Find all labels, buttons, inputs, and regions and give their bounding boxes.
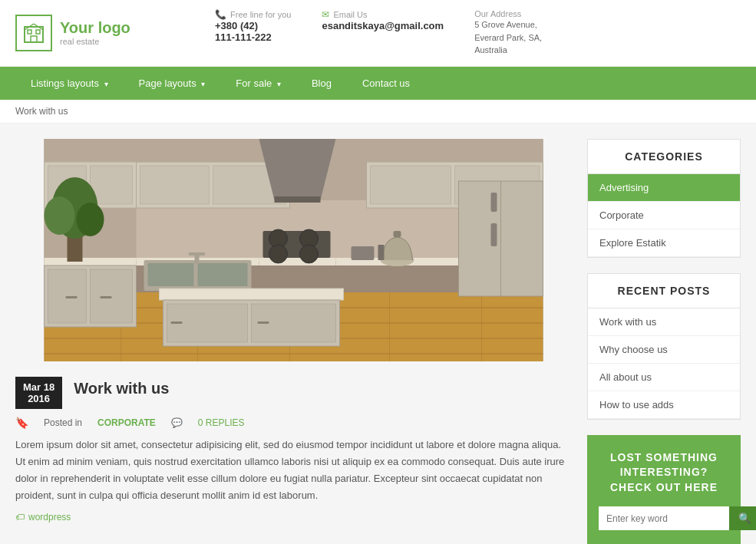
svg-rect-65 (171, 321, 183, 324)
nav-item-blog[interactable]: Blog (296, 67, 347, 100)
svg-rect-2 (36, 30, 40, 34)
svg-rect-61 (352, 246, 375, 260)
category-item-explore[interactable]: Explore Estatik (588, 229, 740, 257)
address-line3: Australia (474, 44, 542, 57)
nav-item-page-layouts[interactable]: Page layouts ▾ (124, 67, 221, 100)
post-body: Lorem ipsum dolor sit amet, consectetur … (15, 437, 572, 504)
posted-in-label: Posted in (44, 417, 82, 428)
phone-icon: 📞 (215, 9, 226, 20)
phone-number2: 111-111-222 (215, 31, 291, 43)
svg-rect-60 (394, 231, 401, 237)
main-content: Mar 18 2016 Work with us 🔖 Posted in COR… (0, 124, 756, 545)
search-button[interactable]: 🔍 (729, 506, 756, 530)
logo-subtitle: real estate (60, 37, 130, 46)
phone-contact: 📞 Free line for you +380 (42) 111-111-22… (215, 9, 291, 57)
email-address: esanditskaya@gmail.com (322, 20, 444, 31)
post-tag-link[interactable]: wordpress (28, 512, 71, 523)
nav-link-listings[interactable]: Listings layouts ▾ (15, 67, 124, 100)
comment-icon: 💬 (171, 417, 183, 428)
post-replies-link[interactable]: 0 REPLIES (198, 417, 245, 428)
svg-point-36 (300, 245, 319, 263)
nav-link-page-layouts[interactable]: Page layouts ▾ (124, 67, 221, 100)
nav-list: Listings layouts ▾ Page layouts ▾ For sa… (15, 67, 741, 100)
nav-link-blog[interactable]: Blog (296, 67, 347, 100)
recent-post-link-1[interactable]: Work with us (588, 308, 740, 335)
post-header: Mar 18 2016 Work with us (15, 369, 572, 409)
nav-item-listings[interactable]: Listings layouts ▾ (15, 67, 124, 100)
bookmark-icon: 🔖 (15, 417, 28, 429)
recent-post-link-3[interactable]: All about us (588, 364, 740, 391)
chevron-down-icon: ▾ (277, 80, 281, 88)
email-label: ✉ Email Us (322, 9, 444, 20)
post-category-link[interactable]: CORPORATE (97, 417, 156, 428)
svg-rect-63 (66, 296, 78, 298)
svg-rect-0 (25, 27, 43, 42)
logo-text: Your logo real estate (60, 19, 130, 46)
category-link-explore[interactable]: Explore Estatik (588, 229, 740, 256)
post-date-month-day: Mar 18 (23, 381, 54, 393)
breadcrumb: Work with us (0, 100, 756, 124)
svg-rect-47 (148, 263, 194, 286)
svg-rect-48 (198, 263, 248, 286)
sidebar: CATEGORIES Advertising Corporate Explore… (587, 139, 741, 545)
categories-title: CATEGORIES (588, 140, 740, 174)
post-title: Work with us (74, 380, 169, 397)
address-label: Our Address (474, 9, 542, 18)
recent-posts-list: Work with us Why choose us All about us … (588, 308, 740, 419)
post-meta: 🔖 Posted in CORPORATE 💬 0 REPLIES (15, 417, 572, 429)
phone-label: 📞 Free line for you (215, 9, 291, 20)
email-contact: ✉ Email Us esanditskaya@gmail.com (322, 9, 444, 57)
recent-posts-widget: RECENT POSTS Work with us Why choose us … (587, 273, 741, 420)
search-box: 🔍 (599, 506, 729, 530)
recent-post-link-2[interactable]: Why choose us (588, 336, 740, 363)
post-tag: 🏷 wordpress (15, 512, 572, 523)
post-content: Mar 18 2016 Work with us 🔖 Posted in COR… (15, 139, 572, 545)
svg-rect-66 (258, 321, 269, 324)
category-item-advertising[interactable]: Advertising (588, 174, 740, 202)
svg-rect-1 (28, 30, 31, 34)
email-icon: ✉ (322, 9, 329, 20)
svg-rect-64 (101, 296, 112, 298)
categories-widget: CATEGORIES Advertising Corporate Explore… (587, 139, 741, 258)
chevron-down-icon: ▾ (104, 80, 108, 88)
svg-rect-50 (189, 252, 206, 256)
recent-post-item-2[interactable]: Why choose us (588, 336, 740, 364)
tag-icon: 🏷 (15, 512, 25, 523)
recent-post-item-1[interactable]: Work with us (588, 308, 740, 336)
category-item-corporate[interactable]: Corporate (588, 202, 740, 229)
chevron-down-icon: ▾ (201, 80, 205, 88)
svg-rect-3 (31, 36, 37, 42)
svg-point-53 (45, 196, 75, 235)
svg-rect-28 (371, 166, 451, 204)
recent-post-link-4[interactable]: How to use adds (588, 391, 740, 418)
nav-link-contact[interactable]: Contact us (347, 67, 425, 100)
search-widget-title: LOST SOMETHING INTERESTING? CHECK OUT HE… (599, 450, 729, 496)
search-input[interactable] (599, 506, 729, 530)
address-line1: 5 Grove Avenue, (474, 18, 542, 31)
logo-area: Your logo real estate (15, 15, 169, 51)
header-contacts: 📞 Free line for you +380 (42) 111-111-22… (215, 9, 741, 57)
svg-rect-55 (160, 288, 344, 300)
svg-point-35 (269, 245, 288, 263)
recent-post-item-4[interactable]: How to use adds (588, 391, 740, 419)
post-date-year: 2016 (23, 393, 54, 404)
logo-title: Your logo (60, 19, 130, 37)
kitchen-illustration (15, 139, 572, 361)
address-contact: Our Address 5 Grove Avenue, Everard Park… (474, 9, 542, 57)
category-link-corporate[interactable]: Corporate (588, 202, 740, 229)
logo-icon (15, 15, 52, 51)
main-nav: Listings layouts ▾ Page layouts ▾ For sa… (0, 67, 756, 100)
nav-item-contact[interactable]: Contact us (347, 67, 425, 100)
post-image (15, 139, 572, 361)
svg-rect-62 (378, 245, 385, 260)
recent-post-item-3[interactable]: All about us (588, 364, 740, 391)
category-link-advertising[interactable]: Advertising (588, 174, 740, 201)
svg-rect-26 (275, 196, 321, 203)
svg-rect-30 (45, 258, 137, 265)
nav-link-for-sale[interactable]: For sale ▾ (220, 67, 296, 100)
post-date-badge: Mar 18 2016 (15, 377, 62, 409)
svg-point-54 (77, 203, 104, 236)
nav-item-for-sale[interactable]: For sale ▾ (220, 67, 296, 100)
address-line2: Everard Park, SA, (474, 31, 542, 45)
categories-list: Advertising Corporate Explore Estatik (588, 174, 740, 257)
